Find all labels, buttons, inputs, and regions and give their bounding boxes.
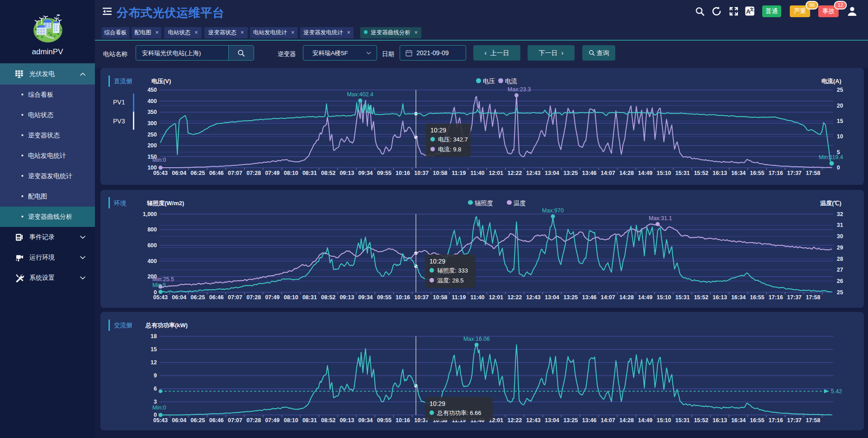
svg-text:08:52: 08:52 <box>321 294 335 301</box>
svg-text:12:01: 12:01 <box>489 170 503 176</box>
svg-text:07:07: 07:07 <box>228 170 242 176</box>
svg-text:14:07: 14:07 <box>601 294 615 301</box>
svg-text:07:28: 07:28 <box>246 294 261 301</box>
svg-text:07:28: 07:28 <box>246 417 261 424</box>
svg-text:15:31: 15:31 <box>675 294 690 301</box>
svg-text:08:31: 08:31 <box>302 170 317 176</box>
svg-text:15:10: 15:10 <box>657 417 671 424</box>
svg-text:15:52: 15:52 <box>694 170 708 176</box>
svg-text:Max:31.1: Max:31.1 <box>649 215 672 221</box>
svg-text:14:28: 14:28 <box>619 170 634 176</box>
svg-text:12:43: 12:43 <box>526 170 541 176</box>
svg-text:16:13: 16:13 <box>712 417 727 424</box>
svg-text:10:16: 10:16 <box>396 294 410 301</box>
svg-text:9: 9 <box>154 372 157 379</box>
svg-text:11:40: 11:40 <box>470 294 484 301</box>
svg-text:08:10: 08:10 <box>284 417 298 424</box>
svg-text:15:52: 15:52 <box>694 417 708 424</box>
svg-text:6: 6 <box>154 386 157 392</box>
svg-text:17:16: 17:16 <box>769 417 783 424</box>
svg-text:09:13: 09:13 <box>340 170 354 176</box>
svg-text:400: 400 <box>147 98 157 104</box>
svg-text:16:34: 16:34 <box>731 417 745 424</box>
svg-text:350: 350 <box>147 109 157 115</box>
svg-text:13:46: 13:46 <box>582 294 597 301</box>
svg-text:31: 31 <box>837 222 843 228</box>
svg-text:06:04: 06:04 <box>172 170 186 176</box>
svg-text:Min:119.4: Min:119.4 <box>819 154 843 160</box>
svg-text:300: 300 <box>147 120 157 127</box>
svg-text:16:55: 16:55 <box>750 170 764 176</box>
svg-text:15: 15 <box>151 346 157 353</box>
svg-text:17:16: 17:16 <box>769 294 783 301</box>
svg-text:29: 29 <box>837 244 843 250</box>
svg-text:400: 400 <box>147 258 157 264</box>
svg-text:15:10: 15:10 <box>657 170 671 176</box>
svg-text:16:34: 16:34 <box>731 170 745 176</box>
svg-text:17:37: 17:37 <box>787 294 802 301</box>
svg-text:100: 100 <box>147 165 157 171</box>
svg-text:16:55: 16:55 <box>750 417 764 424</box>
svg-text:600: 600 <box>147 242 157 248</box>
svg-text:16:34: 16:34 <box>731 294 745 301</box>
svg-text:13:04: 13:04 <box>545 170 559 176</box>
svg-text:Max:23.3: Max:23.3 <box>508 86 531 93</box>
svg-text:09:55: 09:55 <box>377 170 392 176</box>
svg-text:17:58: 17:58 <box>806 170 820 176</box>
svg-text:10:16: 10:16 <box>396 417 410 424</box>
svg-text:07:07: 07:07 <box>228 294 242 301</box>
svg-text:06:04: 06:04 <box>172 294 186 301</box>
svg-text:10: 10 <box>837 133 843 140</box>
svg-text:1,000: 1,000 <box>143 211 157 217</box>
svg-text:08:10: 08:10 <box>284 170 298 176</box>
svg-text:10:16: 10:16 <box>396 170 410 176</box>
svg-text:08:52: 08:52 <box>321 170 335 176</box>
svg-text:20: 20 <box>837 103 843 109</box>
svg-text:07:49: 07:49 <box>265 170 279 176</box>
svg-text:12:43: 12:43 <box>526 417 541 424</box>
svg-text:14:28: 14:28 <box>619 294 634 301</box>
svg-text:09:34: 09:34 <box>359 417 373 424</box>
svg-text:14:07: 14:07 <box>601 417 615 424</box>
svg-text:08:52: 08:52 <box>321 417 335 424</box>
svg-text:06:25: 06:25 <box>191 170 205 176</box>
svg-text:26: 26 <box>837 278 843 284</box>
svg-text:06:46: 06:46 <box>209 294 224 301</box>
svg-text:17:37: 17:37 <box>787 417 802 424</box>
svg-text:09:34: 09:34 <box>359 170 373 176</box>
svg-text:10:37: 10:37 <box>414 170 429 176</box>
svg-text:12:43: 12:43 <box>526 294 541 301</box>
svg-text:Min:25.5: Min:25.5 <box>152 276 174 282</box>
svg-text:13:25: 13:25 <box>563 170 578 176</box>
svg-text:文: 文 <box>750 7 754 12</box>
svg-text:15:31: 15:31 <box>675 417 690 424</box>
svg-text:28: 28 <box>837 255 843 262</box>
svg-text:13:46: 13:46 <box>582 417 597 424</box>
svg-text:27: 27 <box>837 267 843 273</box>
svg-text:Min:0: Min:0 <box>152 157 166 163</box>
svg-text:14:49: 14:49 <box>638 170 652 176</box>
svg-text:13:04: 13:04 <box>545 294 559 301</box>
svg-text:06:46: 06:46 <box>209 417 224 424</box>
svg-text:14:07: 14:07 <box>601 170 615 176</box>
svg-text:13:25: 13:25 <box>563 294 578 301</box>
svg-text:07:07: 07:07 <box>228 417 242 424</box>
svg-text:09:55: 09:55 <box>377 294 392 301</box>
svg-text:30: 30 <box>837 233 843 240</box>
svg-text:25: 25 <box>837 87 843 93</box>
svg-text:15: 15 <box>837 118 843 124</box>
svg-text:14:28: 14:28 <box>619 417 634 424</box>
svg-text:10:37: 10:37 <box>414 294 429 301</box>
svg-text:09:13: 09:13 <box>340 417 354 424</box>
svg-text:0: 0 <box>837 165 840 171</box>
svg-text:12:22: 12:22 <box>508 170 522 176</box>
svg-text:12:22: 12:22 <box>508 417 522 424</box>
svg-text:15:52: 15:52 <box>694 294 708 301</box>
svg-text:Max:970: Max:970 <box>542 207 564 213</box>
svg-text:200: 200 <box>147 142 157 149</box>
svg-text:16:13: 16:13 <box>712 294 727 301</box>
svg-text:06:46: 06:46 <box>209 170 224 176</box>
svg-text:15:31: 15:31 <box>675 170 690 176</box>
svg-text:13:04: 13:04 <box>545 417 559 424</box>
svg-text:0: 0 <box>154 412 157 418</box>
